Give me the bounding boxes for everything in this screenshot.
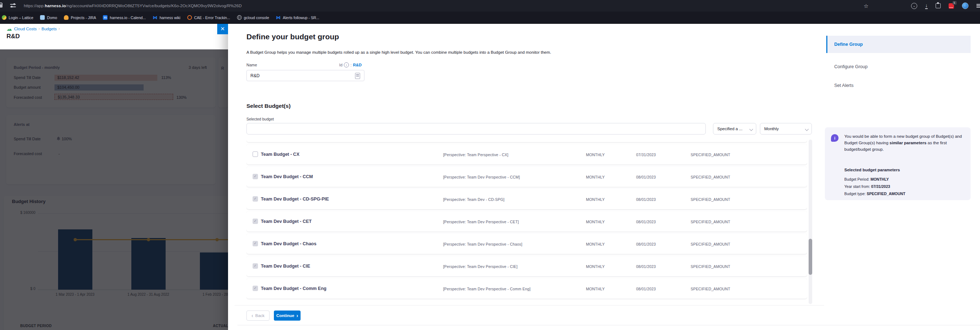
bottom-divider xyxy=(237,325,980,325)
id-label: Id xyxy=(339,63,342,67)
profile-avatar[interactable] xyxy=(962,3,969,9)
param-line: Budget Period: MONTHLY xyxy=(844,177,889,181)
continue-button[interactable]: Continue xyxy=(274,311,301,320)
budget-start-date: 08/01/2023 xyxy=(636,175,656,179)
password-manager-icon[interactable]: •••1 xyxy=(948,3,954,9)
modal-description: A Budget Group helps you manage multiple… xyxy=(247,50,551,54)
bookmark-item[interactable]: Domo xyxy=(40,15,57,20)
bookmarks-bar: Login – Lattice Domo Projects - JIRA har… xyxy=(0,11,980,24)
budget-checkbox[interactable] xyxy=(253,241,258,246)
budget-perspective: [Perspective: Team Dev Perspective - CCM… xyxy=(443,175,520,179)
permissions-icon[interactable] xyxy=(10,3,16,8)
info-icon[interactable]: i xyxy=(344,62,349,67)
budget-checkbox[interactable] xyxy=(253,196,258,201)
bookmark-favicon xyxy=(64,15,68,20)
bookmark-item[interactable]: harness.io - Calend... xyxy=(103,15,146,20)
budget-row[interactable]: Team Budget - CX [Perspective: Team Pers… xyxy=(247,144,807,165)
budget-perspective: [Perspective: Team Dev Perspective - CIE… xyxy=(443,264,517,269)
budget-period-dropdown[interactable]: Monthly xyxy=(760,123,812,135)
breadcrumb: ☁$ Cloud Costs › Budgets › xyxy=(6,26,62,32)
lock-icon[interactable] xyxy=(0,4,3,8)
bookmark-favicon xyxy=(276,15,281,20)
budget-name: Team Dev Budget - CIE xyxy=(261,263,310,269)
address-input[interactable]: https://app.harness.io/ng/account/wFHXHD… xyxy=(24,3,242,8)
budget-start-date: 08/01/2023 xyxy=(636,220,656,224)
extensions-icon[interactable] xyxy=(935,3,941,8)
budget-group-modal: ✕ Define your budget group A Budget Grou… xyxy=(228,24,980,330)
bookmark-item[interactable]: harness wiki xyxy=(153,15,180,20)
budget-period: MONTHLY xyxy=(586,175,605,179)
id-row: Id i : R&D xyxy=(339,62,361,67)
budget-period: MONTHLY xyxy=(586,220,605,224)
budget-period: MONTHLY xyxy=(586,264,605,269)
chevron-down-icon xyxy=(805,127,808,131)
back-button[interactable]: Back xyxy=(247,311,269,320)
budget-row[interactable]: Team Dev Budget - CCM [Perspective: Team… xyxy=(247,167,807,187)
download-icon[interactable]: ↓ xyxy=(925,3,928,9)
budget-perspective: [Perspective: Team Dev - CD-SPG] xyxy=(443,197,504,201)
bookmark-label: harness wiki xyxy=(159,16,180,20)
budget-name: Team Budget - CX xyxy=(261,152,299,157)
bookmark-label: harness.io - Calend... xyxy=(110,16,146,20)
scrollbar-thumb[interactable] xyxy=(808,239,812,275)
budget-row[interactable]: Team Dev Budget - CD-SPG-PIE [Perspectiv… xyxy=(247,189,807,209)
selected-budget-input[interactable] xyxy=(247,123,706,135)
budget-checkbox[interactable] xyxy=(253,151,258,157)
budget-row[interactable]: Team Dev Budget - CIE [Perspective: Team… xyxy=(247,256,807,276)
budget-start-date: 08/01/2023 xyxy=(636,287,656,291)
step-set-alerts[interactable]: Set Alerts xyxy=(826,77,970,94)
bookmark-item[interactable]: gcloud console xyxy=(237,15,269,20)
bookmark-item[interactable]: Alerts followup - SR... xyxy=(276,15,319,20)
budget-row[interactable]: Team Dev Budget - Comm Eng [Perspective:… xyxy=(247,278,807,298)
page-title: R&D xyxy=(6,33,20,40)
copy-icon[interactable] xyxy=(355,73,360,79)
budget-perspective: [Perspective: Team Dev Perspective - Cha… xyxy=(443,242,522,246)
budget-row[interactable]: Team Dev Budget - CET [Perspective: Team… xyxy=(247,211,807,232)
bookmark-item[interactable]: Login – Lattice xyxy=(2,15,33,20)
select-budgets-heading: Select Budget(s) xyxy=(247,103,291,109)
budget-perspective: [Perspective: Team Dev Perspective - Com… xyxy=(443,287,530,291)
param-line: Year start from: 07/31/2023 xyxy=(844,184,890,189)
budget-checkbox[interactable] xyxy=(253,263,258,269)
budget-checkbox[interactable] xyxy=(253,219,258,224)
budget-perspective: [Perspective: Team Dev Perspective - CET… xyxy=(443,220,519,224)
budget-list: Team Budget - CX [Perspective: Team Pers… xyxy=(247,140,807,304)
bookmark-item[interactable]: Projects - JIRA xyxy=(64,15,96,20)
budget-name: Team Dev Budget - CCM xyxy=(261,174,313,179)
budget-type-dropdown[interactable]: Specified a ... xyxy=(713,123,756,135)
budget-row[interactable]: Team Dev Budget - Chaos [Perspective: Te… xyxy=(247,234,807,254)
modal-title: Define your budget group xyxy=(247,32,339,41)
bookmark-favicon xyxy=(40,15,45,20)
bookmark-label: Alerts followup - SR... xyxy=(283,16,319,20)
url-bar: https://app.harness.io/ng/account/wFHXHD… xyxy=(0,0,980,11)
bookmark-favicon xyxy=(153,15,158,20)
budget-type: SPECIFIED_AMOUNT xyxy=(690,220,730,224)
id-value: R&D xyxy=(353,63,361,67)
bookmark-star-icon[interactable]: ☆ xyxy=(864,3,869,9)
close-icon[interactable]: ✕ xyxy=(217,24,228,34)
menu-icon[interactable] xyxy=(977,3,980,8)
chevron-right-icon xyxy=(297,313,298,319)
budget-type: SPECIFIED_AMOUNT xyxy=(690,175,730,179)
step-configure-group[interactable]: Configure Group xyxy=(826,58,970,75)
modal-overlay xyxy=(0,49,228,330)
bookmark-favicon xyxy=(103,15,108,20)
breadcrumb-budgets[interactable]: Budgets xyxy=(41,27,57,31)
step-define-group[interactable]: Define Group xyxy=(826,36,970,53)
bookmark-item[interactable]: CAE - Error Trackin... xyxy=(187,15,230,20)
selected-budget-label: Selected budget xyxy=(247,117,274,121)
list-scrollbar[interactable] xyxy=(808,140,812,304)
info-bubble-icon: i xyxy=(831,134,838,142)
budget-type: SPECIFIED_AMOUNT xyxy=(690,152,730,157)
budget-start-date: 08/01/2023 xyxy=(636,197,656,201)
name-input[interactable] xyxy=(247,70,364,81)
budget-checkbox[interactable] xyxy=(253,174,258,179)
bookmark-favicon xyxy=(187,15,192,20)
bookmark-label: gcloud console xyxy=(244,16,269,20)
pocket-icon[interactable]: ⌄ xyxy=(911,3,917,9)
budget-checkbox[interactable] xyxy=(253,286,258,291)
breadcrumb-separator: › xyxy=(59,27,59,31)
info-text: You would be able to form a new budget g… xyxy=(844,133,964,152)
budget-start-date: 08/01/2023 xyxy=(636,242,656,246)
breadcrumb-cloud-costs[interactable]: Cloud Costs xyxy=(14,27,37,31)
